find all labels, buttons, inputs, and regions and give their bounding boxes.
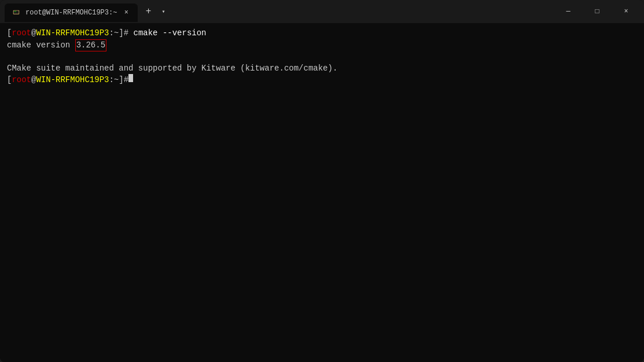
minimize-button[interactable]: — (555, 2, 582, 21)
titlebar: root@WIN-RRFMOHC19P3:~ × + ▾ — □ × (0, 0, 644, 23)
prompt-at-1: @ (31, 28, 36, 39)
cmake-info-text: CMake suite maintained and supported by … (7, 63, 337, 75)
prompt-user-1: root (12, 28, 31, 39)
prompt-host-2: WIN-RRFMOHC19P3 (36, 75, 109, 86)
terminal-body[interactable]: [root@WIN-RRFMOHC19P3:~]# cmake --versio… (0, 23, 644, 362)
prompt-at-2: @ (31, 75, 36, 86)
terminal-cursor (128, 74, 133, 82)
new-tab-button[interactable]: + (140, 3, 156, 20)
window-controls: — □ × (555, 2, 639, 21)
tab-close-button[interactable]: × (122, 8, 131, 17)
cmake-version-prefix: cmake version (7, 40, 75, 51)
cmake-version-number: 3.26.5 (75, 39, 106, 52)
prompt-hash-1: # (124, 28, 128, 39)
tab-title: root@WIN-RRFMOHC19P3:~ (25, 9, 117, 17)
maximize-button[interactable]: □ (584, 2, 610, 21)
svg-rect-2 (14, 11, 17, 12)
prompt-close-1: ] (119, 28, 123, 39)
prompt-close-2: ] (119, 75, 123, 86)
terminal-tab-icon (12, 8, 21, 17)
close-button[interactable]: × (613, 2, 639, 21)
blank-line (7, 51, 637, 63)
output-line-1: cmake version 3.26.5 (7, 39, 637, 52)
prompt-host-1: WIN-RRFMOHC19P3 (36, 28, 109, 39)
active-tab[interactable]: root@WIN-RRFMOHC19P3:~ × (5, 3, 138, 22)
prompt-open-1: [ (7, 28, 12, 39)
prompt-path-2: :~ (109, 75, 119, 86)
svg-rect-1 (14, 11, 19, 14)
prompt-user-2: root (12, 75, 31, 86)
prompt-open-2: [ (7, 75, 12, 86)
command-line-1: [root@WIN-RRFMOHC19P3:~]# cmake --versio… (7, 28, 637, 39)
output-line-2: CMake suite maintained and supported by … (7, 63, 637, 75)
prompt-hash-2: # (124, 75, 128, 86)
tab-dropdown-button[interactable]: ▾ (156, 5, 170, 19)
command-line-2: [root@WIN-RRFMOHC19P3:~]# (7, 74, 637, 86)
command-text-1: cmake --version (128, 28, 206, 39)
prompt-path-1: :~ (109, 28, 119, 39)
terminal-window: root@WIN-RRFMOHC19P3:~ × + ▾ — □ × [root… (0, 0, 644, 362)
